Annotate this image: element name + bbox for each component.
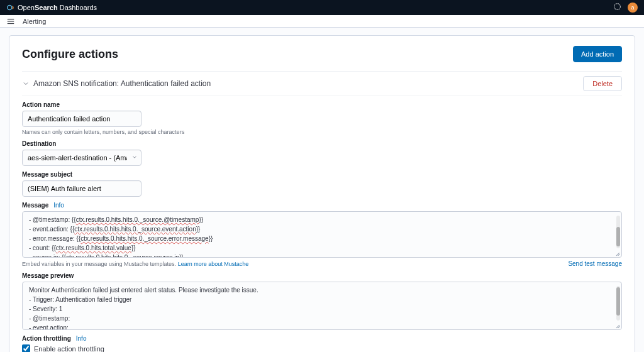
message-preview-box[interactable]: Monitor Authentication failed just enter…: [22, 282, 622, 330]
action-name-help: Names can only contain letters, numbers,…: [22, 129, 622, 135]
brand: OpenSearch Dashboards: [6, 3, 97, 12]
header-right: a: [613, 3, 638, 13]
delete-action-button[interactable]: Delete: [583, 76, 622, 91]
message-textarea[interactable]: - @timestamp: {{ctx.results.0.hits.hits.…: [22, 211, 622, 258]
action-accordion-header: Amazon SNS notification: Authentication …: [22, 71, 622, 96]
add-action-button[interactable]: Add action: [573, 46, 622, 62]
message-subject-label: Message subject: [22, 171, 622, 178]
accordion-title: Amazon SNS notification: Authentication …: [33, 79, 211, 88]
enable-throttling-checkbox[interactable]: [22, 344, 30, 352]
action-throttling-label: Action throttling: [22, 335, 71, 342]
svg-point-0: [8, 6, 12, 10]
enable-throttling-label[interactable]: Enable action throttling: [34, 345, 104, 353]
learn-more-mustache-link[interactable]: Learn more about Mustache: [178, 261, 249, 267]
action-name-input[interactable]: [22, 111, 142, 127]
message-label: Message: [22, 202, 48, 209]
mustache-note: Embed variables in your message using Mu…: [22, 261, 248, 267]
resize-handle[interactable]: [614, 250, 620, 256]
brand-text: OpenSearch Dashboards: [18, 4, 97, 11]
action-name-label: Action name: [22, 101, 622, 108]
nav-toggle-icon[interactable]: [6, 17, 15, 26]
send-test-message-link[interactable]: Send test message: [568, 260, 622, 267]
panel-title: Configure actions: [22, 48, 118, 61]
global-header: OpenSearch Dashboards a: [0, 0, 644, 15]
configure-actions-panel: Configure actions Add action Amazon SNS …: [9, 35, 635, 352]
accordion-toggle-icon[interactable]: [22, 80, 30, 87]
breadcrumb[interactable]: Alerting: [23, 18, 46, 25]
svg-point-1: [614, 4, 621, 10]
scrollbar[interactable]: [616, 286, 620, 321]
updates-icon[interactable]: [613, 3, 621, 13]
destination-label: Destination: [22, 140, 622, 147]
sub-header: Alerting: [0, 15, 644, 28]
message-info-link[interactable]: Info: [53, 202, 64, 209]
message-subject-input[interactable]: [22, 180, 142, 197]
opensearch-logo-icon: [6, 3, 15, 12]
destination-select[interactable]: aes-siem-alert-destination - (Amazon SNS…: [22, 150, 142, 166]
resize-handle[interactable]: [614, 322, 620, 328]
user-avatar[interactable]: a: [628, 3, 638, 13]
message-preview-label: Message preview: [22, 272, 622, 279]
throttling-info-link[interactable]: Info: [76, 335, 87, 342]
scrollbar[interactable]: [616, 216, 620, 248]
